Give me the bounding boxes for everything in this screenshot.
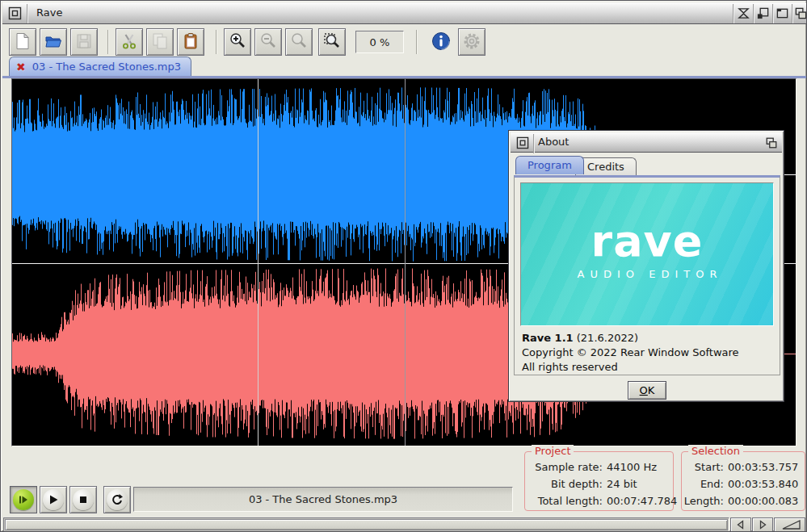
copy-button[interactable] xyxy=(146,28,174,56)
zoom-level-display: 0 % xyxy=(355,31,404,53)
main-window: Rave xyxy=(0,0,807,532)
toolbar: 0 % xyxy=(2,25,806,57)
info-button[interactable] xyxy=(427,28,455,56)
about-depth-gadget[interactable] xyxy=(763,135,780,150)
selection-start-label: Start: xyxy=(682,459,724,475)
tab-program[interactable]: Program xyxy=(515,156,584,174)
copy-icon xyxy=(151,32,169,52)
about-titlebar[interactable]: About xyxy=(511,132,782,153)
bit-depth-label: Bit depth: xyxy=(525,476,603,492)
titlebar-separator xyxy=(533,134,534,153)
close-gadget[interactable] xyxy=(6,6,23,21)
copyright-line: Copyright © 2022 Rear Window Software xyxy=(522,346,739,360)
zoom-level-value: 0 % xyxy=(370,36,390,48)
scroll-right-button[interactable] xyxy=(752,517,773,532)
titlebar-separator xyxy=(772,4,773,23)
zoom-window-icon xyxy=(756,6,770,20)
about-close-gadget[interactable] xyxy=(514,135,531,150)
zoom-in-button[interactable] xyxy=(224,28,251,56)
scroll-left-button[interactable] xyxy=(730,517,751,532)
ok-button-label-rest: K xyxy=(648,384,655,396)
zoom-out-button[interactable] xyxy=(254,28,282,56)
open-folder-icon xyxy=(44,32,62,52)
iconify-icon xyxy=(737,6,750,20)
depth-icon xyxy=(794,6,807,20)
rave-logo-subtitle: AUDIO EDITOR xyxy=(578,268,723,280)
gear-icon xyxy=(462,31,481,53)
clipboard-icon xyxy=(182,32,200,52)
selection-length-value: 00:00:00.083 xyxy=(728,493,805,509)
rights-line: All rights reserved xyxy=(522,360,739,375)
total-length-label: Total length: xyxy=(525,493,603,509)
current-file-display: 03 - The Sacred Stones.mp3 xyxy=(133,487,513,512)
tab-credits-label: Credits xyxy=(587,161,624,173)
zoom-gadget[interactable] xyxy=(754,6,771,21)
settings-button[interactable] xyxy=(458,28,485,56)
selection-length-label: Length: xyxy=(682,493,724,509)
new-button[interactable] xyxy=(9,28,36,56)
selection-end-value: 00:03:53.840 xyxy=(728,476,805,492)
save-button[interactable] xyxy=(70,28,98,56)
titlebar-separator xyxy=(27,4,27,23)
project-groupbox: Project Sample rate: 44100 Hz Bit depth:… xyxy=(524,451,674,511)
sample-rate-value: 44100 Hz xyxy=(607,459,677,475)
play-icon xyxy=(43,489,64,510)
current-file-name: 03 - The Sacred Stones.mp3 xyxy=(249,493,397,505)
resize-gadget[interactable] xyxy=(774,517,805,532)
tab-credits[interactable]: Credits xyxy=(575,157,637,176)
horizontal-scrollbar[interactable] xyxy=(3,517,729,532)
close-tab-icon[interactable]: ✖ xyxy=(16,61,26,73)
info-icon xyxy=(431,31,452,54)
tab-program-label: Program xyxy=(527,159,572,171)
new-document-icon xyxy=(14,32,32,52)
resize-icon xyxy=(778,519,802,530)
titlebar[interactable]: Rave xyxy=(2,2,806,24)
scroll-right-icon xyxy=(758,520,767,530)
about-content-frame: rave AUDIO EDITOR Rave 1.1 (21.6.2022) C… xyxy=(514,175,780,375)
total-length-value: 00:07:47.784 xyxy=(607,493,677,509)
ok-button-label: O xyxy=(640,384,648,396)
window-frame-icon xyxy=(775,6,789,20)
document-tab[interactable]: ✖ 03 - The Sacred Stones.mp3 xyxy=(9,57,191,76)
scissors-icon xyxy=(120,32,138,52)
depth-gadget[interactable] xyxy=(792,6,807,21)
play-selection-icon xyxy=(13,489,34,510)
version-line: Rave 1.1 (21.6.2022) xyxy=(522,331,739,346)
loop-icon xyxy=(107,489,128,510)
loop-button[interactable] xyxy=(103,486,131,513)
toolbar-separator xyxy=(107,30,108,54)
paste-button[interactable] xyxy=(177,28,204,56)
selection-group-label: Selection xyxy=(688,445,743,457)
zoom-selection-button[interactable] xyxy=(318,28,346,56)
zoom-fit-button[interactable] xyxy=(285,28,313,56)
close-icon xyxy=(516,136,529,149)
about-title: About xyxy=(538,136,569,148)
toolbar-separator xyxy=(216,30,216,54)
play-selection-button[interactable] xyxy=(10,486,37,513)
sample-rate-label: Sample rate: xyxy=(525,459,603,475)
scrollbar-thumb[interactable] xyxy=(5,519,728,530)
bit-depth-value: 24 bit xyxy=(607,476,677,492)
about-text: Rave 1.1 (21.6.2022) Copyright © 2022 Re… xyxy=(522,331,739,375)
cut-button[interactable] xyxy=(116,28,143,56)
selection-end-label: End: xyxy=(682,476,724,492)
save-icon xyxy=(75,32,93,52)
stop-button[interactable] xyxy=(69,486,97,513)
ok-button[interactable]: OK xyxy=(628,381,666,400)
play-button[interactable] xyxy=(40,486,67,513)
selection-start-value: 00:03:53.757 xyxy=(728,459,805,475)
open-button[interactable] xyxy=(40,28,67,56)
stop-icon xyxy=(73,489,94,510)
close-icon xyxy=(8,6,22,20)
version-name: Rave 1.1 xyxy=(522,332,574,344)
magnifier-plus-icon xyxy=(229,32,246,52)
magnifier-icon xyxy=(290,32,308,52)
selection-groupbox: Selection Start: 00:03:53.757 End: 00:03… xyxy=(681,451,805,511)
about-dialog[interactable]: About Program Credits rave AUDIO EDITOR … xyxy=(508,130,784,402)
iconify-gadget[interactable] xyxy=(735,6,752,21)
toolbar-separator xyxy=(416,30,417,54)
window-title: Rave xyxy=(36,6,62,19)
snapshot-gadget[interactable] xyxy=(774,6,791,21)
scroll-left-icon xyxy=(736,520,746,530)
magnifier-icon xyxy=(259,32,277,52)
